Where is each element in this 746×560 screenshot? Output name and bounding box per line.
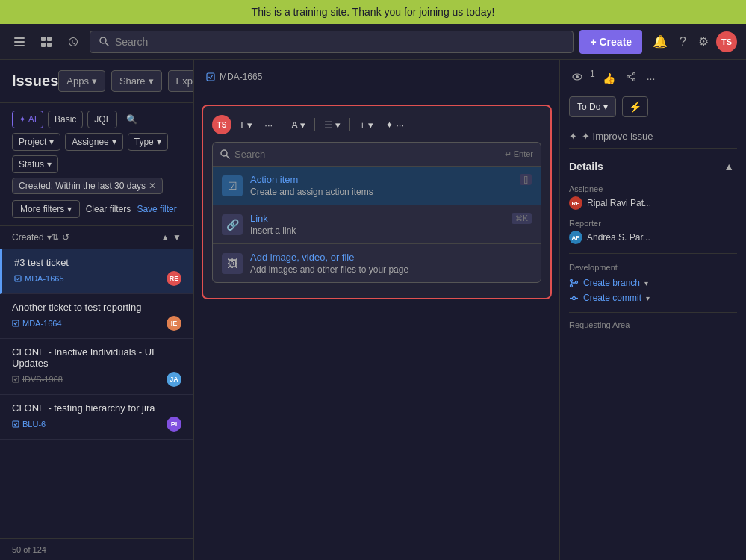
- top-nav: Search + Create 🔔 ? ⚙ TS: [0, 24, 746, 60]
- more-filters-btn[interactable]: More filters ▾: [12, 200, 80, 218]
- issue-title: Another ticket to test reporting: [12, 302, 181, 313]
- view-count: 1: [590, 69, 595, 87]
- status-btn[interactable]: To Do ▾: [569, 96, 616, 117]
- improve-issue-btn[interactable]: ✦ ✦ Improve issue: [569, 125, 737, 149]
- refresh-btn[interactable]: ↺: [62, 232, 69, 243]
- action-item-icon: ☑: [222, 175, 243, 196]
- enter-hint: ↵ Enter: [505, 149, 533, 159]
- ai-toolbar-btn[interactable]: ✦ ···: [381, 116, 408, 134]
- nav-right-icons: 🔔 ? ⚙ TS: [648, 30, 737, 53]
- dropdown-item-text: Link Insert a link: [250, 213, 296, 236]
- reporter-value: AP Andrea S. Par...: [569, 231, 737, 244]
- reporter-avatar: AP: [569, 231, 582, 244]
- issue-detail: MDA-1665 TS T ▾ ··· A ▾ ☰ ▾ + ▾ ✦ ···: [194, 60, 559, 560]
- insert-btn[interactable]: + ▾: [355, 116, 377, 134]
- create-commit-btn[interactable]: Create commit ▾: [569, 293, 650, 303]
- status-row: To Do ▾ ⚡: [569, 96, 737, 117]
- svg-line-22: [629, 78, 632, 79]
- chevron-down-icon: ▾: [157, 137, 161, 147]
- toolbar-sep: [349, 118, 350, 131]
- help-btn[interactable]: ?: [675, 31, 691, 53]
- ai-filter-btn[interactable]: ✦ AI: [12, 111, 43, 128]
- chevron-down-icon: ▾: [92, 75, 97, 87]
- apps-btn[interactable]: Apps ▾: [58, 70, 105, 92]
- chevron-down-icon: ▾: [47, 159, 52, 169]
- date-filter-close[interactable]: ✕: [149, 181, 156, 191]
- dropdown-search: ↵ Enter: [213, 143, 541, 167]
- jql-filter-btn[interactable]: JQL: [87, 111, 117, 128]
- settings-btn[interactable]: ⚙: [694, 30, 713, 53]
- right-panel: MDA-1665 TS T ▾ ··· A ▾ ☰ ▾ + ▾ ✦ ···: [194, 60, 746, 560]
- more-options-toolbar-btn[interactable]: ···: [260, 116, 277, 134]
- assignee-row: Assignee RE Ripal Ravi Pat...: [569, 184, 737, 210]
- collapse-down-btn[interactable]: ▼: [172, 232, 181, 243]
- dropdown-search-input[interactable]: [234, 149, 500, 160]
- clear-filters-btn[interactable]: Clear filters: [86, 204, 131, 214]
- link-shortcut: ⌘K: [512, 213, 532, 224]
- reporter-row: Reporter AP Andrea S. Par...: [569, 219, 737, 244]
- sidebar-toggle-btn[interactable]: [9, 31, 30, 52]
- svg-point-23: [571, 279, 573, 281]
- status-filter-btn[interactable]: Status ▾: [12, 155, 58, 173]
- user-avatar[interactable]: TS: [716, 31, 737, 52]
- user-avatar: JA: [167, 372, 181, 387]
- svg-line-15: [227, 156, 230, 159]
- svg-point-17: [576, 75, 579, 78]
- svg-line-21: [629, 75, 632, 76]
- svg-point-18: [632, 73, 635, 75]
- sort-options-btn[interactable]: ⇅: [52, 232, 59, 243]
- grid-view-btn[interactable]: [36, 31, 57, 52]
- collapse-up-btn[interactable]: ▲: [161, 232, 170, 243]
- assignee-filter-btn[interactable]: Assignee ▾: [65, 133, 122, 151]
- issues-footer: 50 of 124: [0, 538, 193, 560]
- font-color-btn[interactable]: A ▾: [287, 116, 310, 134]
- nav-recent-btn[interactable]: [63, 31, 84, 52]
- basic-filter-btn[interactable]: Basic: [48, 111, 83, 128]
- dropdown-item-link[interactable]: 🔗 Link Insert a link ⌘K: [213, 205, 541, 243]
- type-filter-btn[interactable]: Type ▾: [128, 133, 168, 151]
- issue-item[interactable]: CLONE - testing hierarchy for jira BLU-6…: [0, 395, 193, 440]
- action-item-shortcut: []: [520, 174, 532, 185]
- list-btn[interactable]: ☰ ▾: [320, 116, 346, 134]
- search-bar[interactable]: Search: [90, 31, 574, 53]
- svg-point-27: [573, 296, 576, 299]
- training-banner: This is a training site. Thank you for j…: [0, 0, 746, 24]
- chevron-down-icon: ▾: [49, 137, 54, 147]
- create-branch-btn[interactable]: Create branch ▾: [569, 278, 648, 288]
- save-filter-btn[interactable]: Save filter: [137, 204, 176, 214]
- create-btn[interactable]: + Create: [579, 30, 642, 54]
- search-icon-btn[interactable]: 🔍: [122, 112, 142, 127]
- details-section: Details ▲ Assignee RE Ripal Ravi Pat...: [569, 158, 737, 329]
- issue-item[interactable]: #3 test ticket MDA-1665 RE: [0, 249, 193, 294]
- toolbar-sep: [314, 118, 315, 131]
- more-options-sidebar-btn[interactable]: ···: [644, 69, 659, 87]
- export-btn[interactable]: Export ▾: [168, 70, 194, 92]
- issue-item[interactable]: Another ticket to test reporting MDA-166…: [0, 294, 193, 339]
- chevron-down-icon: ▾: [149, 75, 154, 87]
- user-avatar: PI: [167, 417, 181, 432]
- issue-id: MDA-1664: [12, 319, 62, 328]
- details-collapse-btn[interactable]: ▲: [721, 158, 737, 175]
- dropdown-item-action[interactable]: ☑ Action item Create and assign action i…: [213, 167, 541, 205]
- chevron-down-icon: ▾: [646, 294, 650, 302]
- svg-rect-6: [47, 43, 52, 47]
- dropdown-item-image[interactable]: 🖼 Add image, video, or file Add images a…: [213, 244, 541, 282]
- sort-by-btn[interactable]: Created ▾: [12, 232, 52, 243]
- lightning-btn[interactable]: ⚡: [622, 96, 648, 117]
- text-format-btn[interactable]: T ▾: [234, 116, 257, 134]
- issue-item[interactable]: CLONE - Inactive Individuals - UI Update…: [0, 339, 193, 395]
- svg-rect-3: [41, 37, 46, 41]
- project-filter-btn[interactable]: Project ▾: [12, 133, 60, 151]
- improve-icon: ✦: [569, 131, 577, 142]
- share-btn[interactable]: Share ▾: [111, 70, 162, 92]
- eye-icon-btn[interactable]: [569, 69, 585, 87]
- chevron-down-icon: ▾: [644, 279, 648, 287]
- assignee-avatar: RE: [569, 196, 582, 210]
- share-btn[interactable]: [623, 69, 639, 87]
- issues-header: Issues Apps ▾ Share ▾ Export ▾ ⊞ ▦ ···: [0, 60, 193, 103]
- issue-title: #3 test ticket: [14, 257, 181, 268]
- svg-point-19: [632, 79, 635, 81]
- notifications-btn[interactable]: 🔔: [648, 30, 672, 53]
- like-btn[interactable]: 👍: [600, 69, 618, 87]
- svg-point-20: [627, 76, 629, 78]
